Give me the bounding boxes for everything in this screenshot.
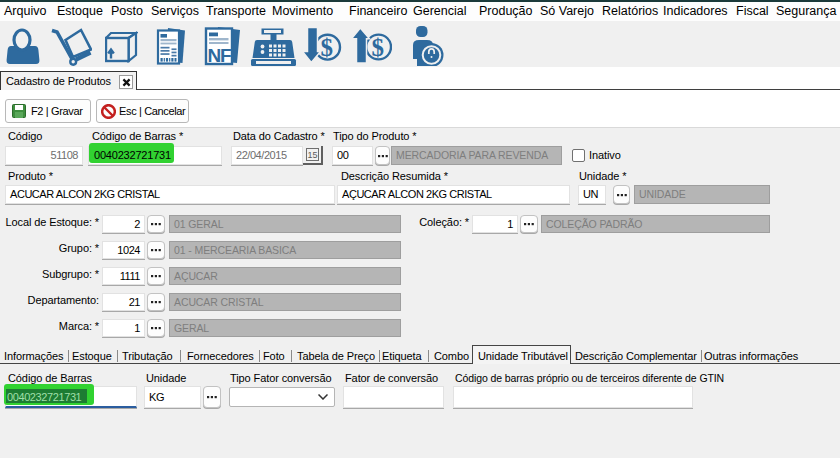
svg-text:NF: NF bbox=[207, 45, 231, 66]
svg-text:$: $ bbox=[321, 34, 334, 61]
svg-text:$: $ bbox=[372, 34, 385, 61]
